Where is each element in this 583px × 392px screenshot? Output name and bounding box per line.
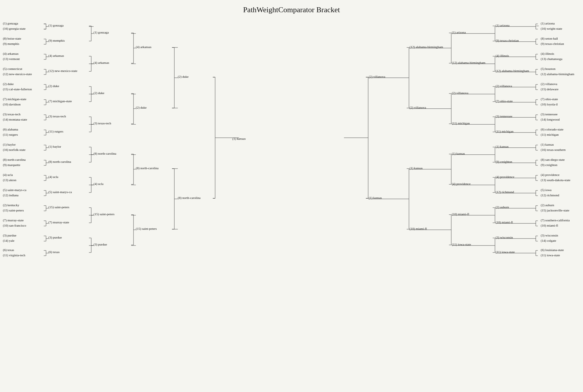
page: PathWeightComparator Bracket // This is … — [0, 0, 583, 392]
bracket-svg: PathWeightComparator Bracket // This is … — [0, 0, 583, 392]
